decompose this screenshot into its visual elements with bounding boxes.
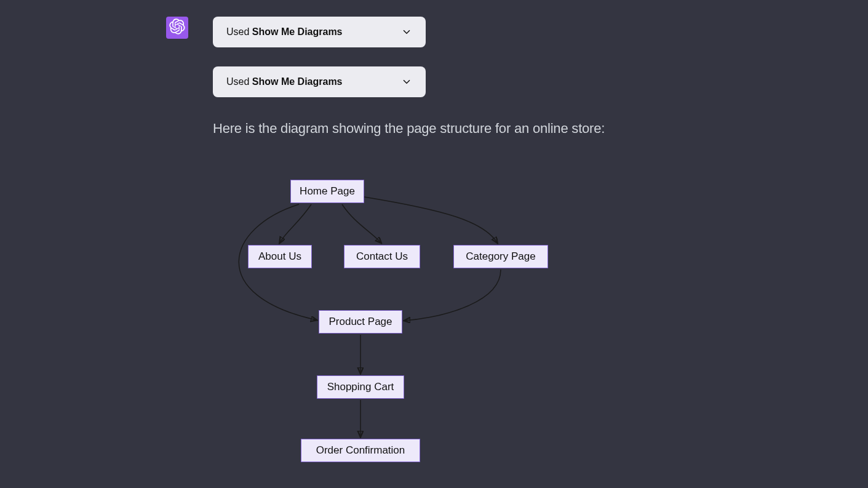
diagram-node-cart: Shopping Cart	[317, 375, 404, 399]
assistant-avatar	[166, 17, 188, 39]
plugin-call-pill[interactable]: Used Show Me Diagrams	[213, 17, 426, 47]
chevron-down-icon	[401, 26, 412, 38]
assistant-message-text: Here is the diagram showing the page str…	[213, 121, 605, 137]
diagram-node-about: About Us	[248, 245, 312, 268]
plugin-call-label: Used Show Me Diagrams	[226, 76, 343, 87]
diagram-node-category: Category Page	[453, 245, 548, 268]
openai-logo-icon	[169, 18, 185, 37]
diagram-edges	[213, 172, 643, 480]
plugin-call-label: Used Show Me Diagrams	[226, 26, 343, 38]
diagram-node-order: Order Confirmation	[301, 439, 420, 462]
diagram-node-home: Home Page	[290, 180, 364, 203]
diagram-node-product: Product Page	[319, 310, 402, 334]
plugin-call-pill[interactable]: Used Show Me Diagrams	[213, 66, 426, 97]
chevron-down-icon	[401, 76, 412, 87]
diagram-node-contact: Contact Us	[344, 245, 420, 268]
diagram: Home Page About Us Contact Us Category P…	[213, 172, 643, 480]
